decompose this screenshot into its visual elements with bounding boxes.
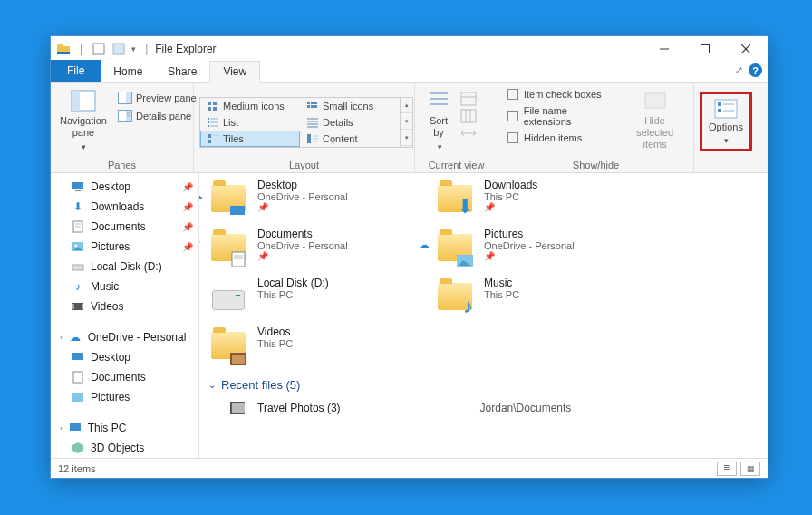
svg-rect-32 bbox=[210, 125, 218, 127]
layout-gallery[interactable]: Medium icons Small icons ▴ List Details … bbox=[199, 97, 413, 148]
quick-access-toolbar: | ▾ | bbox=[56, 42, 151, 56]
navigation-pane: Desktop📌 ⬇Downloads📌 Documents📌 Pictures… bbox=[51, 173, 199, 458]
layout-list[interactable]: List bbox=[200, 114, 300, 131]
details-view-button[interactable]: ≣ bbox=[717, 462, 737, 476]
maximize-button[interactable] bbox=[684, 36, 725, 62]
nav-desktop[interactable]: Desktop📌 bbox=[51, 177, 198, 197]
svg-marker-74 bbox=[72, 442, 83, 453]
tab-view[interactable]: View bbox=[209, 61, 260, 83]
svg-rect-48 bbox=[461, 92, 476, 105]
add-columns-icon[interactable] bbox=[460, 109, 477, 123]
details-pane-button[interactable]: Details pane bbox=[114, 108, 200, 124]
tab-home[interactable]: Home bbox=[101, 62, 155, 82]
tile-music[interactable]: ♪ MusicThis PC bbox=[435, 277, 625, 316]
qat-dropdown-icon[interactable]: ▾ bbox=[131, 44, 136, 53]
navigation-pane-button[interactable]: Navigation pane bbox=[56, 86, 111, 155]
nav-videos[interactable]: Videos bbox=[51, 296, 198, 316]
large-icons-view-button[interactable]: ▦ bbox=[740, 462, 760, 476]
pin-icon: 📌 bbox=[257, 202, 348, 212]
svg-rect-73 bbox=[73, 432, 77, 432]
tile-desktop[interactable]: ☁ DesktopOneDrive - Personal📌 bbox=[208, 179, 399, 219]
window-title: File Explorer bbox=[155, 43, 216, 55]
svg-rect-2 bbox=[57, 52, 70, 54]
help-icon[interactable]: ? bbox=[749, 63, 762, 77]
ribbon-view: Navigation pane Preview pane Details pan… bbox=[51, 83, 768, 173]
svg-rect-60 bbox=[72, 182, 83, 189]
layout-content[interactable]: Content bbox=[300, 131, 400, 147]
svg-rect-40 bbox=[212, 141, 218, 141]
nav-downloads[interactable]: ⬇Downloads📌 bbox=[51, 197, 198, 217]
gallery-down-icon[interactable]: ▾ bbox=[401, 114, 412, 130]
nav-onedrive-documents[interactable]: Documents bbox=[51, 367, 198, 387]
status-bar: 12 items ≣ ▦ bbox=[51, 458, 768, 478]
group-label: Panes bbox=[56, 158, 188, 170]
recent-files-header[interactable]: ⌄ Recent files (5) bbox=[208, 378, 759, 392]
chevron-down-icon: ⌄ bbox=[208, 380, 216, 390]
nav-local-disk-d[interactable]: Local Disk (D:) bbox=[51, 257, 198, 277]
minimize-button[interactable] bbox=[643, 36, 684, 62]
gallery-more-icon[interactable]: ▾ bbox=[401, 131, 412, 146]
cloud-status-icon: ☁ bbox=[419, 238, 430, 251]
file-explorer-window: | ▾ | File Explorer File Home Share View bbox=[50, 35, 768, 479]
tile-local-disk-d[interactable]: Local Disk (D:)This PC bbox=[208, 277, 399, 316]
nav-3d-objects[interactable]: 3D Objects bbox=[51, 438, 198, 458]
item-check-boxes-toggle[interactable]: Item check boxes bbox=[504, 86, 618, 102]
svg-rect-71 bbox=[72, 393, 83, 402]
nav-pictures[interactable]: Pictures📌 bbox=[51, 237, 198, 257]
file-name-extensions-toggle[interactable]: File name extensions bbox=[504, 102, 618, 130]
titlebar: | ▾ | File Explorer bbox=[51, 36, 768, 62]
svg-rect-83 bbox=[232, 403, 245, 413]
minimize-ribbon-icon[interactable]: ⤢ bbox=[735, 64, 743, 76]
layout-small-icons[interactable]: Small icons bbox=[300, 98, 400, 114]
item-count: 12 items bbox=[58, 463, 96, 474]
svg-rect-12 bbox=[126, 92, 131, 103]
pin-icon: 📌 bbox=[257, 251, 348, 261]
options-button[interactable]: Options bbox=[700, 92, 752, 151]
hide-selected-items-button[interactable]: Hide selected items bbox=[622, 86, 688, 153]
size-columns-icon[interactable] bbox=[460, 126, 477, 141]
svg-rect-26 bbox=[314, 105, 317, 108]
nav-music[interactable]: ♪Music bbox=[51, 277, 198, 296]
recent-item[interactable]: Travel Photos (3) Jordan\Documents bbox=[208, 397, 759, 419]
sort-by-button[interactable]: Sort by bbox=[420, 86, 457, 155]
nav-onedrive[interactable]: ›☁OneDrive - Personal bbox=[51, 327, 198, 347]
items-view[interactable]: ☁ DesktopOneDrive - Personal📌 ⬇ Download… bbox=[199, 173, 768, 458]
layout-details[interactable]: Details bbox=[300, 114, 400, 131]
svg-rect-20 bbox=[213, 107, 217, 111]
svg-rect-70 bbox=[73, 372, 82, 383]
qat-new-folder-icon[interactable] bbox=[111, 42, 126, 56]
svg-rect-1 bbox=[57, 44, 63, 47]
layout-medium-icons[interactable]: Medium icons bbox=[200, 98, 300, 114]
svg-rect-54 bbox=[645, 93, 665, 108]
svg-rect-23 bbox=[314, 102, 317, 104]
svg-rect-31 bbox=[208, 125, 209, 127]
svg-rect-50 bbox=[461, 110, 476, 122]
nav-onedrive-desktop[interactable]: Desktop bbox=[51, 347, 198, 367]
tile-videos[interactable]: VideosThis PC bbox=[208, 326, 399, 365]
group-label: Current view bbox=[420, 158, 492, 170]
preview-pane-button[interactable]: Preview pane bbox=[114, 90, 200, 106]
tile-pictures[interactable]: ☁ PicturesOneDrive - Personal📌 bbox=[435, 228, 625, 267]
pin-icon: 📌 bbox=[484, 202, 537, 212]
hidden-items-toggle[interactable]: Hidden items bbox=[504, 130, 618, 146]
svg-rect-24 bbox=[307, 105, 310, 108]
gallery-up-icon[interactable]: ▴ bbox=[401, 98, 412, 113]
tile-downloads[interactable]: ⬇ DownloadsThis PC📌 bbox=[435, 179, 625, 219]
qat-properties-icon[interactable] bbox=[92, 42, 106, 56]
nav-onedrive-pictures[interactable]: Pictures bbox=[51, 387, 198, 407]
svg-rect-19 bbox=[208, 107, 211, 111]
layout-tiles[interactable]: Tiles bbox=[200, 131, 300, 147]
group-by-icon[interactable] bbox=[460, 92, 477, 106]
svg-rect-21 bbox=[307, 102, 310, 104]
close-button[interactable] bbox=[725, 36, 766, 62]
ribbon-tabs: File Home Share View ⤢ ? bbox=[51, 62, 768, 83]
nav-documents[interactable]: Documents📌 bbox=[51, 217, 198, 237]
svg-rect-4 bbox=[113, 44, 124, 54]
svg-rect-67 bbox=[72, 265, 83, 270]
tab-share[interactable]: Share bbox=[155, 62, 209, 82]
svg-rect-81 bbox=[232, 355, 245, 364]
tile-documents[interactable]: ✔ DocumentsOneDrive - Personal📌 bbox=[208, 228, 399, 267]
svg-rect-56 bbox=[718, 102, 721, 106]
nav-this-pc[interactable]: ›This PC bbox=[51, 418, 198, 438]
tab-file[interactable]: File bbox=[51, 60, 101, 82]
